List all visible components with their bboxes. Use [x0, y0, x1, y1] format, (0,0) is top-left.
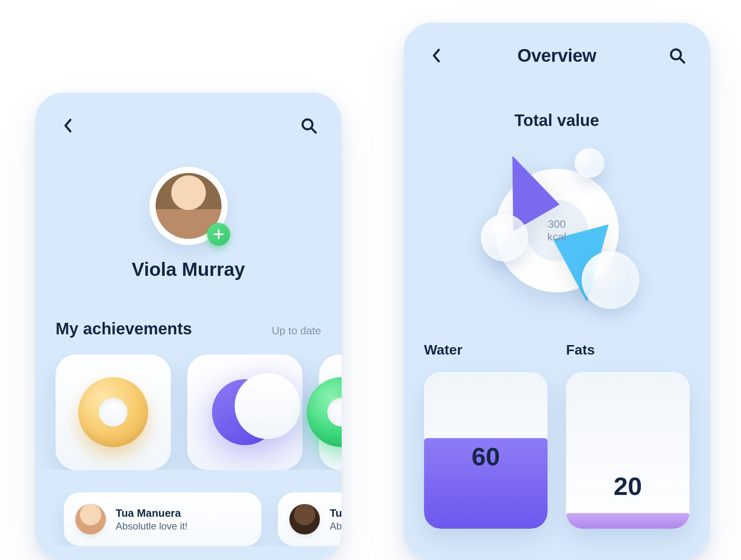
- achievements-meta: Up to date: [272, 324, 321, 337]
- search-button[interactable]: [665, 43, 690, 68]
- achievements-title: My achievements: [56, 320, 192, 338]
- total-value-chart: 300 kcal: [471, 144, 643, 317]
- stat-fats: Fats 20: [566, 342, 690, 529]
- achievement-card[interactable]: [56, 355, 171, 470]
- stat-fill: [566, 513, 690, 529]
- donut-green-icon: [307, 377, 342, 447]
- page-title: Overview: [517, 45, 597, 66]
- glass-ball-icon: [582, 251, 639, 309]
- stat-label: Water: [424, 342, 548, 358]
- testimonials-row: Tua Manuera Absolutle love it! Tua Abso: [35, 492, 342, 546]
- achievements-row: [35, 355, 342, 470]
- search-icon: [669, 47, 685, 64]
- testimonial-chip[interactable]: Tua Manuera Absolutle love it!: [64, 492, 261, 546]
- back-button[interactable]: [424, 43, 449, 68]
- overview-screen: Overview Total value 300 kcal Water 60 F…: [403, 23, 710, 560]
- profile-name: Viola Murray: [132, 258, 245, 280]
- search-icon: [301, 117, 317, 134]
- overview-header: Overview: [403, 31, 710, 80]
- total-value-readout: 300 kcal: [547, 218, 566, 243]
- glass-ball-icon: [575, 148, 604, 178]
- search-button[interactable]: [296, 113, 321, 138]
- stat-water: Water 60: [424, 342, 548, 529]
- avatar[interactable]: [149, 167, 228, 245]
- avatar: [75, 504, 106, 534]
- moon-icon: [212, 379, 278, 445]
- avatar: [289, 504, 320, 534]
- total-value-number: 300: [548, 218, 566, 230]
- profile-block: Viola Murray: [35, 167, 342, 280]
- testimonial-name: Tua: [330, 507, 342, 520]
- stat-tile[interactable]: 20: [566, 372, 690, 529]
- stat-tile[interactable]: 60: [424, 372, 548, 529]
- profile-header: [35, 101, 342, 150]
- stats-row: Water 60 Fats 20: [403, 342, 710, 529]
- achievement-card[interactable]: [319, 355, 342, 470]
- testimonial-name: Tua Manuera: [116, 507, 188, 520]
- chevron-left-icon: [432, 48, 441, 63]
- testimonial-chip[interactable]: Tua Abso: [278, 492, 342, 546]
- donut-icon: [78, 377, 148, 447]
- add-avatar-button[interactable]: [207, 223, 230, 246]
- plus-icon: [213, 229, 224, 240]
- stat-label: Fats: [566, 342, 690, 358]
- total-value-unit: kcal: [547, 231, 566, 243]
- testimonial-text: Abso: [330, 520, 342, 532]
- glass-ball-icon: [481, 214, 528, 261]
- testimonial-text: Absolutle love it!: [116, 520, 188, 532]
- back-button[interactable]: [56, 113, 80, 138]
- achievements-header: My achievements Up to date: [35, 320, 342, 338]
- profile-screen: Viola Murray My achievements Up to date …: [35, 93, 342, 560]
- achievement-card[interactable]: [187, 355, 303, 470]
- chevron-left-icon: [63, 118, 72, 133]
- stat-value: 60: [424, 442, 548, 471]
- total-value-title: Total value: [403, 111, 710, 130]
- stat-value: 20: [566, 471, 690, 501]
